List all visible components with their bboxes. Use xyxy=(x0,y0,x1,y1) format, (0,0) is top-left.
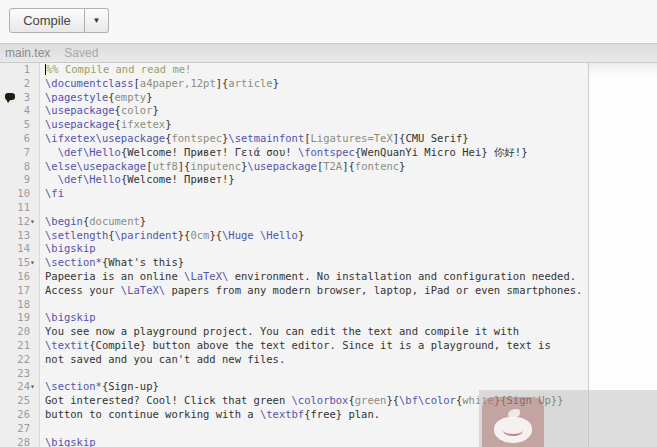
gutter-cell[interactable]: 7 xyxy=(0,146,40,160)
gutter-cell[interactable]: 10 xyxy=(0,187,40,201)
code-line[interactable]: 11 xyxy=(0,201,588,215)
fold-arrow-icon[interactable]: ▾ xyxy=(30,215,39,229)
code-token: \Hello xyxy=(260,229,298,241)
code-line[interactable]: 16Papeeria is an online \LaTeX\ environm… xyxy=(0,270,588,284)
tab-main-tex[interactable]: main.tex xyxy=(5,46,50,60)
gutter-cell[interactable]: 9 xyxy=(0,173,40,187)
gutter-cell[interactable]: 16 xyxy=(0,270,40,284)
gutter-cell[interactable]: 24▾ xyxy=(0,380,40,394)
code-line[interactable]: 7 \def\Hello{Welcome! Привет! Γειά σου! … xyxy=(0,146,588,160)
code-line[interactable]: 21\textit{Compile} button above the text… xyxy=(0,339,588,353)
code-text[interactable] xyxy=(40,422,588,436)
code-line[interactable]: 15▾\section*{What's this} xyxy=(0,256,588,270)
line-number: 20 xyxy=(17,325,30,337)
gutter-cell[interactable]: 15▾ xyxy=(0,256,40,270)
code-line[interactable]: 9 \def\Hello{Welcome! Привет!} xyxy=(0,173,588,187)
compile-dropdown-button[interactable]: ▼ xyxy=(85,8,109,33)
code-text[interactable]: Papeeria is an online \LaTeX\ environmen… xyxy=(40,270,588,284)
code-line[interactable]: 22not saved and you can't add new files. xyxy=(0,353,588,367)
code-text[interactable]: \usepackage{color} xyxy=(40,104,588,118)
code-text[interactable]: \def\Hello{Welcome! Привет!} xyxy=(40,173,588,187)
gutter-cell[interactable]: 8 xyxy=(0,160,40,174)
gutter-cell[interactable]: 11 xyxy=(0,201,40,215)
code-line[interactable]: 8\else\usepackage[utf8]{inputenc}\usepac… xyxy=(0,160,588,174)
compile-button[interactable]: Compile xyxy=(9,8,85,33)
code-token: fontspec xyxy=(171,132,222,144)
gutter-cell[interactable]: 6 xyxy=(0,132,40,146)
code-text[interactable]: %% Compile and read me! xyxy=(40,63,588,77)
code-text[interactable] xyxy=(40,298,588,312)
gutter-cell[interactable]: 25 xyxy=(0,394,40,408)
code-text[interactable]: \fi xyxy=(40,187,588,201)
code-line[interactable]: 1%% Compile and read me! xyxy=(0,63,588,77)
code-text[interactable]: \pagestyle{empty} xyxy=(40,91,588,105)
code-text[interactable]: \def\Hello{Welcome! Привет! Γειά σου! \f… xyxy=(40,146,588,160)
gutter-cell[interactable]: 28 xyxy=(0,436,40,447)
code-line[interactable]: 3\pagestyle{empty} xyxy=(0,91,588,105)
code-text[interactable]: \bigskip xyxy=(40,311,588,325)
gutter-cell[interactable]: 5 xyxy=(0,118,40,132)
gutter-cell[interactable]: 4 xyxy=(0,104,40,118)
code-line[interactable]: 23 xyxy=(0,367,588,381)
code-text[interactable]: Got interested? Cool! Click that green \… xyxy=(40,394,588,408)
code-text[interactable]: \usepackage{ifxetex} xyxy=(40,118,588,132)
code-line[interactable]: 10\fi xyxy=(0,187,588,201)
code-line[interactable]: 27 xyxy=(0,422,588,436)
line-number: 5 xyxy=(24,118,30,130)
code-line[interactable]: 12▾\begin{document} xyxy=(0,215,588,229)
code-line[interactable]: 28\bigskip xyxy=(0,436,588,447)
code-token: Got interested? Cool! Click that green xyxy=(45,394,292,406)
gutter-cell[interactable]: 22 xyxy=(0,353,40,367)
code-text[interactable]: You see now a playground project. You ca… xyxy=(40,325,588,339)
gutter-cell[interactable]: 14 xyxy=(0,242,40,256)
code-line[interactable]: 24▾\section*{Sign-up} xyxy=(0,380,588,394)
code-line[interactable]: 19\bigskip xyxy=(0,311,588,325)
code-text[interactable]: \textit{Compile} button above the text e… xyxy=(40,339,588,353)
gutter-cell[interactable]: 12▾ xyxy=(0,215,40,229)
code-text[interactable]: \bigskip xyxy=(40,436,588,447)
code-text[interactable] xyxy=(40,201,588,215)
gutter-cell[interactable]: 27 xyxy=(0,422,40,436)
code-line[interactable]: 13\setlength{\parindent}{0cm}{\Huge \Hel… xyxy=(0,229,588,243)
line-number: 21 xyxy=(17,339,30,351)
fold-arrow-icon[interactable]: ▾ xyxy=(30,256,39,270)
code-text[interactable]: \bigskip xyxy=(40,242,588,256)
gutter-cell[interactable]: 19 xyxy=(0,311,40,325)
gutter-cell[interactable]: 23 xyxy=(0,367,40,381)
code-text[interactable]: \begin{document} xyxy=(40,215,588,229)
gutter-cell[interactable]: 1 xyxy=(0,63,40,77)
code-text[interactable]: \else\usepackage[utf8]{inputenc}\usepack… xyxy=(40,160,588,174)
code-text[interactable]: \documentclass[a4paper,12pt]{article} xyxy=(40,77,588,91)
code-line[interactable]: 18 xyxy=(0,298,588,312)
gutter-cell[interactable]: 13 xyxy=(0,229,40,243)
gutter-cell[interactable]: 3 xyxy=(0,91,40,105)
code-text[interactable]: \section*{What's this} xyxy=(40,256,588,270)
code-text[interactable]: button to continue working with a \textb… xyxy=(40,408,588,422)
comment-bubble-icon[interactable] xyxy=(2,91,18,104)
code-line[interactable]: 4\usepackage{color} xyxy=(0,104,588,118)
gutter-cell[interactable]: 2 xyxy=(0,77,40,91)
gutter-cell[interactable]: 18 xyxy=(0,298,40,312)
code-text[interactable]: \ifxetex\usepackage{fontspec}\setmainfon… xyxy=(40,132,588,146)
code-line[interactable]: 14\bigskip xyxy=(0,242,588,256)
code-line[interactable]: 2\documentclass[a4paper,12pt]{article} xyxy=(0,77,588,91)
code-line[interactable]: 17Access your \LaTeX\ papers from any mo… xyxy=(0,284,588,298)
gutter-cell[interactable]: 26 xyxy=(0,408,40,422)
code-line[interactable]: 6\ifxetex\usepackage{fontspec}\setmainfo… xyxy=(0,132,588,146)
code-token: 0cm xyxy=(190,229,209,241)
code-token: \usepackage xyxy=(45,104,115,116)
code-line[interactable]: 26button to continue working with a \tex… xyxy=(0,408,588,422)
code-text[interactable]: \setlength{\parindent}{0cm}{\Huge \Hello… xyxy=(40,229,588,243)
code-text[interactable]: Access your \LaTeX\ papers from any mode… xyxy=(40,284,588,298)
gutter-cell[interactable]: 17 xyxy=(0,284,40,298)
code-text[interactable]: not saved and you can't add new files. xyxy=(40,353,588,367)
code-line[interactable]: 20You see now a playground project. You … xyxy=(0,325,588,339)
code-editor[interactable]: 1%% Compile and read me!2\documentclass[… xyxy=(0,63,588,447)
gutter-cell[interactable]: 20 xyxy=(0,325,40,339)
code-text[interactable] xyxy=(40,367,588,381)
fold-arrow-icon[interactable]: ▾ xyxy=(30,380,39,394)
code-text[interactable]: \section*{Sign-up} xyxy=(40,380,588,394)
gutter-cell[interactable]: 21 xyxy=(0,339,40,353)
code-line[interactable]: 5\usepackage{ifxetex} xyxy=(0,118,588,132)
code-line[interactable]: 25Got interested? Cool! Click that green… xyxy=(0,394,588,408)
